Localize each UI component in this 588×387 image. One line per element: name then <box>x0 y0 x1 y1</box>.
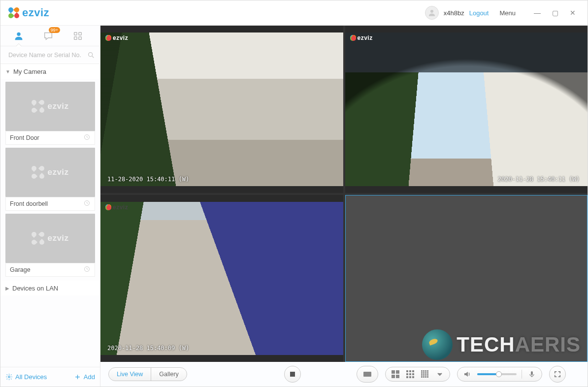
group-my-camera[interactable]: ▼ My Camera <box>0 64 100 79</box>
history-icon[interactable] <box>83 199 91 208</box>
svg-rect-18 <box>409 370 411 372</box>
svg-rect-29 <box>427 370 428 372</box>
video-grid: ezviz 11-28-2020 15:40:11 (W) ezviz 2020… <box>100 26 588 362</box>
tab-devices[interactable] <box>12 30 25 42</box>
camera-thumbnail[interactable]: ezviz <box>5 214 95 263</box>
user-avatar[interactable] <box>425 6 439 20</box>
sidebar-footer: All Devices Add <box>0 367 100 387</box>
caret-right-icon: ▶ <box>5 286 9 291</box>
svg-rect-33 <box>427 372 428 374</box>
svg-point-1 <box>17 32 20 35</box>
camera-row[interactable]: Front Door <box>5 131 95 145</box>
window-minimize-button[interactable]: — <box>531 7 543 19</box>
svg-point-10 <box>8 376 10 378</box>
history-icon[interactable] <box>83 133 91 142</box>
video-watermark: ezviz <box>105 204 128 211</box>
view-mode-toggle: Live View Gallery <box>108 367 187 381</box>
volume-slider[interactable] <box>477 373 517 375</box>
gallery-tab[interactable]: Gallery <box>151 368 187 381</box>
svg-rect-31 <box>423 372 425 374</box>
stop-icon <box>290 371 295 377</box>
mic-icon[interactable] <box>527 370 537 378</box>
svg-rect-24 <box>409 376 411 378</box>
video-cell-4-empty[interactable] <box>345 195 588 362</box>
svg-rect-14 <box>396 370 399 374</box>
group-label: Devices on LAN <box>12 285 58 292</box>
camera-item: ezviz Front doorbell <box>0 148 100 211</box>
stop-all-button[interactable] <box>284 366 301 383</box>
audio-controls <box>457 367 542 382</box>
svg-rect-4 <box>74 36 77 39</box>
group-devices-lan[interactable]: ▶ Devices on LAN <box>0 281 100 295</box>
group-label: My Camera <box>13 68 46 75</box>
video-cell-2[interactable]: ezviz 2020-11-28 15:40:11 (W) <box>345 26 588 193</box>
layout-2x2-button[interactable] <box>391 370 400 378</box>
svg-point-6 <box>89 52 93 56</box>
svg-rect-3 <box>79 32 82 35</box>
plus-icon <box>74 373 81 381</box>
device-tree: ▼ My Camera ezviz Front Door ezviz <box>0 64 100 367</box>
menu-button[interactable]: Menu <box>499 9 516 17</box>
window-maximize-button[interactable]: ▢ <box>549 7 561 19</box>
layout-more-button[interactable] <box>435 370 445 378</box>
video-timestamp: 2020-11-28 15:40:11 (W) <box>498 176 580 182</box>
bottom-toolbar: Live View Gallery <box>100 362 588 387</box>
camera-thumbnail[interactable]: ezviz <box>5 82 95 131</box>
single-view-button[interactable] <box>357 366 378 383</box>
logout-link[interactable]: Logout <box>469 9 489 17</box>
svg-rect-28 <box>425 370 426 372</box>
video-cell-1[interactable]: ezviz 11-28-2020 15:40:11 (W) <box>100 26 343 193</box>
fullscreen-button[interactable] <box>549 366 566 383</box>
svg-rect-32 <box>425 372 426 374</box>
svg-rect-38 <box>421 376 423 378</box>
sidebar-tabs: 99+ <box>0 26 100 46</box>
search-icon <box>87 51 95 59</box>
add-device-button[interactable]: Add <box>74 373 95 381</box>
layout-picker <box>385 367 450 382</box>
svg-rect-2 <box>74 32 77 35</box>
svg-rect-25 <box>412 376 414 378</box>
camera-row[interactable]: Garage <box>5 263 95 277</box>
camera-item: ezviz Garage <box>0 214 100 277</box>
tab-apps[interactable] <box>71 30 84 42</box>
device-search <box>0 46 100 64</box>
camera-name: Front Door <box>10 134 39 141</box>
history-icon[interactable] <box>83 265 91 274</box>
svg-point-0 <box>430 10 433 13</box>
live-view-tab[interactable]: Live View <box>109 368 151 381</box>
svg-rect-17 <box>406 370 408 372</box>
svg-rect-11 <box>290 372 295 377</box>
svg-rect-15 <box>392 375 395 378</box>
video-watermark: ezviz <box>105 34 128 41</box>
single-view-icon <box>363 371 372 377</box>
caret-down-icon: ▼ <box>5 69 10 74</box>
video-timestamp: 2020-11-28 15:40:09 (W) <box>107 345 189 351</box>
camera-row[interactable]: Front doorbell <box>5 197 95 211</box>
svg-rect-35 <box>423 374 425 376</box>
svg-rect-40 <box>425 376 426 378</box>
username-label: x4h8bz <box>444 9 464 17</box>
camera-name: Front doorbell <box>10 200 48 207</box>
svg-rect-23 <box>406 376 408 378</box>
search-input[interactable] <box>7 51 87 59</box>
svg-rect-27 <box>423 370 425 372</box>
layout-3x3-button[interactable] <box>405 370 415 378</box>
camera-item: ezviz Front Door <box>0 82 100 145</box>
svg-rect-13 <box>392 370 395 374</box>
tab-messages[interactable]: 99+ <box>42 30 55 42</box>
gear-icon <box>5 373 13 381</box>
title-bar: ezviz x4h8bz Logout Menu — ▢ ✕ <box>0 0 588 26</box>
camera-name: Garage <box>10 266 31 273</box>
svg-rect-20 <box>406 373 408 375</box>
volume-icon[interactable] <box>462 370 472 378</box>
all-devices-button[interactable]: All Devices <box>5 373 47 381</box>
video-cell-3[interactable]: ezviz 2020-11-28 15:40:09 (W) <box>100 195 343 362</box>
logo-text: ezviz <box>22 6 49 19</box>
svg-rect-12 <box>363 372 371 377</box>
app-logo: ezviz <box>8 6 49 19</box>
window-close-button[interactable]: ✕ <box>567 7 579 19</box>
layout-4x4-button[interactable] <box>420 370 430 378</box>
svg-rect-39 <box>423 376 425 378</box>
camera-thumbnail[interactable]: ezviz <box>5 148 95 197</box>
svg-rect-22 <box>412 373 414 375</box>
